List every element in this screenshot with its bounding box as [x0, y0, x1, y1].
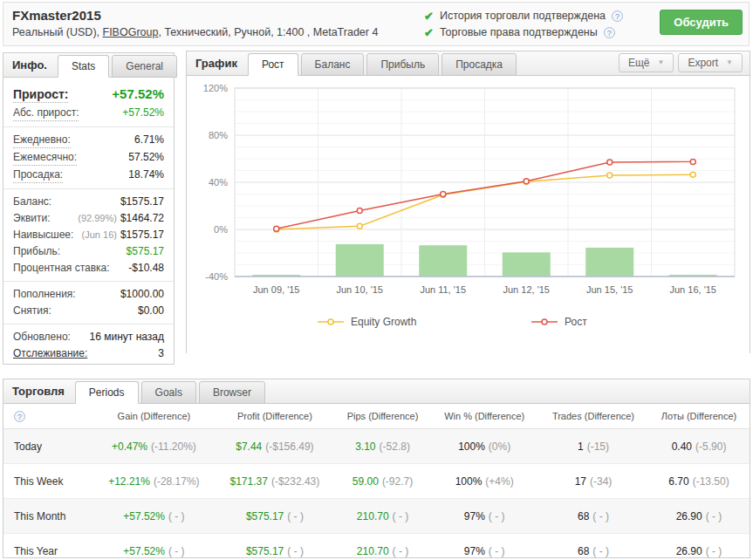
cell-difference: ( - ) — [287, 510, 304, 522]
table-cell: 100%(+4%) — [430, 464, 537, 499]
cell-value: +57.52% — [123, 510, 165, 522]
more-button[interactable]: Ещё ▼ — [619, 53, 674, 72]
info-tab-general[interactable]: General — [112, 55, 177, 78]
chevron-down-icon: ▼ — [726, 58, 733, 66]
data-point — [357, 208, 362, 213]
stat-value: -$10.48 — [128, 262, 164, 274]
cell-value: 100% — [458, 440, 485, 453]
cell-value: 210.70 — [357, 545, 389, 557]
data-point — [607, 173, 613, 178]
stat-value-group: 6.71% — [134, 133, 164, 147]
cell-difference: (-52.8) — [380, 440, 410, 453]
table-cell: 97%( - ) — [430, 534, 537, 560]
chart-tab-рост[interactable]: Рост — [248, 53, 298, 76]
export-button[interactable]: Export ▼ — [678, 53, 743, 72]
stat-value: 57.52% — [128, 151, 164, 163]
chart-tab-просадка[interactable]: Просадка — [442, 53, 517, 76]
stat-divider — [3, 126, 174, 127]
trading-tab-browser[interactable]: Browser — [199, 381, 265, 404]
help-icon[interactable]: ? — [604, 27, 615, 38]
help-icon[interactable]: ? — [612, 10, 623, 22]
stat-value-prefix: (Jun 16) — [82, 229, 117, 240]
period-label: Today — [3, 429, 93, 464]
cell-value: $575.17 — [246, 510, 284, 522]
y-axis-tick: 120% — [203, 83, 228, 93]
stat-label[interactable]: Отслеживание: — [13, 346, 87, 361]
stat-value-group: -$10.48 — [128, 261, 164, 276]
cell-value: 26.90 — [676, 510, 702, 522]
cell-value: 0.40 — [672, 440, 692, 453]
cell-difference: (-$232.43) — [271, 475, 319, 488]
cell-value: 210.70 — [357, 510, 389, 522]
more-button-label: Ещё — [628, 57, 650, 69]
stat-value: $1000.00 — [120, 288, 164, 300]
period-label: This Month — [3, 499, 93, 534]
table-cell: 3.10(-52.8) — [335, 429, 431, 464]
stat-label: Обновлено: — [13, 330, 71, 345]
table-cell: 1(-15) — [538, 429, 648, 464]
help-icon[interactable]: ? — [14, 411, 25, 422]
trading-tab-periods[interactable]: Periods — [75, 381, 139, 404]
stat-row-эквити: Эквити:(92.99%)$1464.72 — [3, 210, 174, 227]
discuss-button[interactable]: Обсудить — [660, 10, 743, 35]
cell-difference: (-34) — [590, 475, 612, 488]
column-header-profit-difference: Profit (Difference) — [215, 404, 334, 429]
stat-row-пополнения: Пополнения:$1000.00 — [3, 286, 174, 303]
cell-difference: ( - ) — [706, 545, 722, 557]
cell-value: 1 — [578, 440, 584, 453]
chart-panel: График РостБалансПрибыльПросадка Ещё ▼ E… — [186, 51, 750, 353]
table-row-this-week: This Week+12.21%(-28.17%)$171.37(-$232.4… — [3, 464, 750, 499]
cell-difference: (-5.90) — [695, 440, 726, 453]
chart-tab-прибыль[interactable]: Прибыль — [366, 53, 439, 76]
table-cell: 0.40(-5.90) — [648, 429, 750, 464]
table-row-this-month: This Month+57.52%( - )$575.17( - )210.70… — [3, 499, 750, 534]
stat-value-group: $0.00 — [138, 304, 164, 318]
column-header-pips-difference: Pips (Difference) — [335, 404, 431, 429]
stat-value: $0.00 — [138, 304, 164, 317]
stat-divider — [3, 188, 174, 189]
verification-list: ✔История торговли подтверждена?✔Торговые… — [424, 8, 623, 41]
data-point — [690, 172, 695, 177]
trading-tab-goals[interactable]: Goals — [141, 381, 196, 404]
table-cell: +0.47%(-11.20%) — [93, 429, 216, 464]
table-cell: 97%( - ) — [430, 499, 537, 534]
cell-value: +12.21% — [108, 475, 150, 488]
cell-difference: ( - ) — [168, 545, 185, 557]
export-button-label: Export — [688, 57, 718, 69]
cell-difference: ( - ) — [706, 510, 722, 522]
cell-value: 97% — [464, 510, 485, 522]
stat-value-group: 18.74% — [128, 167, 164, 182]
column-header-лоты-difference: Лоты (Difference) — [648, 404, 750, 429]
stat-label: Процентная ставка: — [13, 261, 110, 276]
stat-label: Наивысшее: — [13, 228, 73, 242]
broker-link[interactable]: FIBOGroup — [103, 26, 159, 38]
chart-panel-header: График РостБалансПрибыльПросадка Ещё ▼ E… — [187, 51, 750, 76]
stat-value-group: $575.17 — [127, 244, 164, 259]
table-cell: 59.00(-92.7) — [335, 464, 431, 499]
stat-value-group: +57.52% — [122, 106, 164, 120]
data-point — [607, 160, 613, 165]
stat-label: Баланс: — [13, 195, 51, 209]
period-column-header: ? — [3, 404, 93, 429]
stat-label: Пополнения: — [13, 287, 76, 302]
chart-tab-баланс[interactable]: Баланс — [301, 53, 365, 76]
table-cell: 6.70(-13.50) — [648, 464, 750, 499]
check-icon: ✔ — [424, 24, 434, 41]
volume-bar — [585, 248, 633, 277]
cell-difference: (+4%) — [485, 475, 513, 488]
info-tab-stats[interactable]: Stats — [58, 55, 109, 78]
stat-row-отслеживание: Отслеживание:3 — [3, 345, 174, 362]
table-cell: 26.90( - ) — [648, 499, 750, 534]
stat-label: Ежемесячно: — [13, 150, 77, 166]
chart-tabs: РостБалансПрибыльПросадка — [248, 53, 519, 75]
cell-value: 6.70 — [668, 475, 688, 488]
table-cell: 26.90( - ) — [648, 534, 750, 560]
table-cell: +12.21%(-28.17%) — [93, 464, 216, 499]
cell-difference: ( - ) — [168, 510, 185, 522]
account-header: FXmaster2015 Реальный (USD), FIBOGroup, … — [3, 2, 750, 46]
stat-value: 16 минут назад — [90, 331, 164, 343]
x-axis-tick: Jun 16, '15 — [670, 284, 716, 295]
stat-value: $1575.17 — [120, 229, 164, 241]
column-header-win-difference: Win % (Difference) — [430, 404, 537, 429]
stat-row-процентная-ставка: Процентная ставка:-$10.48 — [3, 260, 174, 277]
